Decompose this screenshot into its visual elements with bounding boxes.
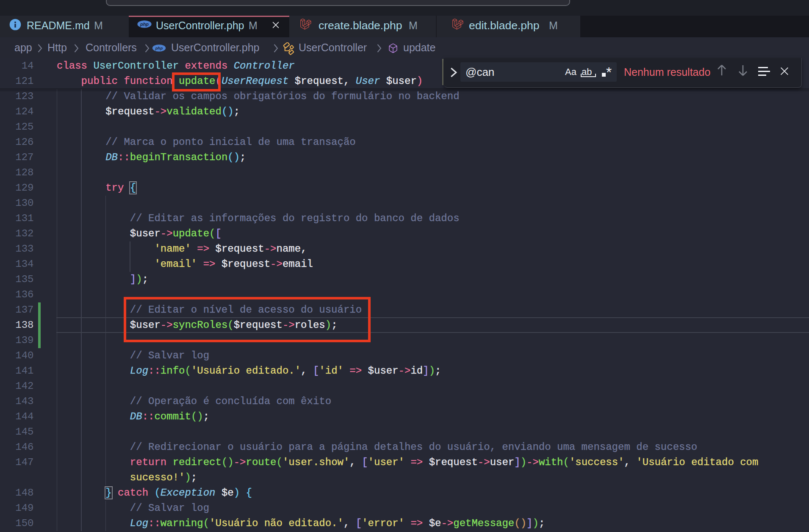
svg-text:php: php	[140, 22, 149, 27]
svg-text:php: php	[155, 46, 163, 50]
